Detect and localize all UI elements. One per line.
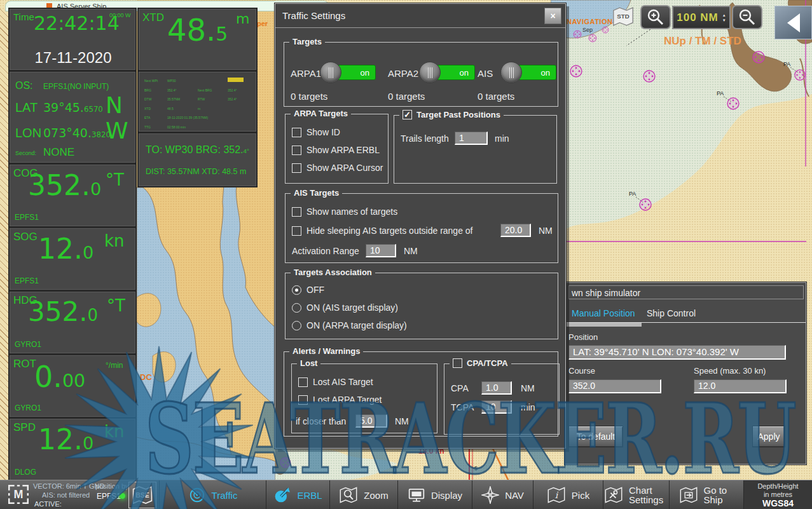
- toggle-knob[interactable]: [500, 62, 522, 83]
- dialog-titlebar[interactable]: Traffic Settings ×: [275, 4, 565, 28]
- show-id-checkbox[interactable]: [292, 128, 301, 137]
- own-ship-simulator-panel: wn ship simulator Manual Position Ship C…: [565, 282, 806, 465]
- spd-unit: kn: [104, 423, 125, 440]
- lat-hemisphere: N: [106, 94, 123, 117]
- menu-m-icon[interactable]: M: [6, 482, 31, 506]
- course-input[interactable]: 352.0: [568, 379, 661, 393]
- spinner-down-icon[interactable]: ▼: [722, 18, 726, 22]
- foul-symbol: [727, 98, 739, 109]
- toolbar-button-label: Go to Ship: [704, 485, 734, 505]
- datum-line1: Depth/Height: [757, 482, 798, 490]
- zoom-in-icon: [645, 8, 666, 27]
- std-chart-button[interactable]: STD: [612, 6, 635, 27]
- rot-value: 0.00: [34, 362, 85, 391]
- svg-text:STD: STD: [617, 13, 629, 20]
- zoom-out-icon: [737, 8, 757, 27]
- toolbar-button-display[interactable]: Display: [397, 480, 472, 509]
- ais-label: AIS: [478, 68, 493, 79]
- toolbar-button-erbl[interactable]: ERBL: [266, 480, 329, 509]
- svg-text:i: i: [555, 490, 559, 500]
- speed-input[interactable]: 12.0: [694, 379, 787, 393]
- bse-button[interactable]: BSE: [128, 482, 156, 508]
- wpt-table-cell: RTW: [198, 97, 205, 101]
- toolbar-button-chart-settings[interactable]: Chart Settings: [603, 480, 669, 509]
- position-input[interactable]: LAT: 39°45.710' N LON: 073°40.392' W: [568, 345, 786, 360]
- trails-length-input[interactable]: 1: [455, 132, 488, 145]
- toolbar-button-zoom[interactable]: Zoom: [329, 480, 397, 509]
- hdg-source: GYRO1: [15, 340, 41, 349]
- toolbar-button-go-to-ship[interactable]: Go to Ship: [669, 480, 743, 509]
- panel-collapse-button[interactable]: [774, 6, 812, 39]
- spinner-up-icon[interactable]: ▲: [722, 13, 726, 17]
- association-ais-radio[interactable]: [292, 303, 301, 313]
- to-default-button[interactable]: To default: [568, 426, 623, 447]
- date-value: 17-11-2020: [10, 49, 136, 67]
- toolbar-button-nav[interactable]: NAV: [472, 480, 533, 509]
- if-closer-unit: NM: [395, 416, 409, 426]
- wpt-table-cell: TTG: [144, 125, 151, 129]
- show-arpa-erbl-checkbox[interactable]: [292, 146, 301, 155]
- go-to-ship-map-icon: [679, 486, 698, 504]
- arpa1-toggle[interactable]: on: [321, 64, 376, 81]
- toolbar-button-label: Chart Settings: [629, 485, 668, 505]
- chart-dc-label: DC: [140, 372, 152, 382]
- cpa-tcpa-checkbox[interactable]: [453, 358, 462, 368]
- toolbar-button-pick[interactable]: i Pick: [533, 480, 603, 509]
- wpt-table-cell: 18-11-2020 01:39 (35.57NM): [167, 116, 208, 119]
- time-panel: Time 22:42:14 00:00 W 17-11-2020: [10, 9, 135, 70]
- chevron-left-icon: [787, 13, 800, 32]
- toggle-knob[interactable]: [419, 62, 441, 83]
- close-icon[interactable]: ×: [544, 8, 561, 24]
- trails-unit-label: min: [495, 133, 509, 144]
- hdg-unit: °T: [107, 297, 125, 314]
- ais-toggle[interactable]: on: [502, 64, 556, 81]
- hide-sleeping-range-input[interactable]: 20.0: [500, 224, 531, 237]
- tab-ship-control[interactable]: Ship Control: [647, 308, 696, 318]
- toolbar-button-label: Traffic: [212, 491, 238, 500]
- lost-group: Lost Lost AIS Target Lost ARPA Target if…: [291, 363, 437, 433]
- toggle-knob[interactable]: [320, 62, 341, 83]
- rot-label: ROT: [13, 358, 36, 370]
- zoom-in-button[interactable]: [640, 5, 671, 29]
- cpa-input[interactable]: 1.0: [481, 381, 512, 395]
- lost-legend: Lost: [297, 358, 320, 368]
- display-monitor-icon: [408, 487, 425, 503]
- erbl-icon: [273, 486, 291, 504]
- chart-label-fragment: per: [257, 20, 268, 27]
- tcpa-input[interactable]: 10: [481, 400, 512, 414]
- lost-arpa-label: Lost ARPA Target: [313, 395, 382, 405]
- tcpa-label: TCPA: [451, 402, 474, 412]
- lost-ais-checkbox[interactable]: [298, 377, 308, 387]
- zoom-out-button[interactable]: [732, 5, 762, 29]
- arpa2-toggle[interactable]: on: [420, 64, 475, 81]
- apply-button[interactable]: Apply: [752, 426, 785, 447]
- position-status-dot: [120, 493, 125, 499]
- association-arpa-radio[interactable]: [292, 321, 301, 330]
- past-positions-checkbox[interactable]: [403, 110, 412, 119]
- position-label: Position: [568, 332, 598, 342]
- show-arpa-cursor-checkbox[interactable]: [292, 163, 301, 173]
- foul-symbol: [643, 71, 655, 82]
- wpt-table-cell: 35.57NM: [167, 97, 180, 101]
- range-display[interactable]: 100 NM ▲▼: [672, 6, 731, 29]
- activation-range-input[interactable]: 10: [366, 244, 396, 257]
- hide-sleeping-checkbox[interactable]: [292, 226, 301, 236]
- association-off-radio[interactable]: [292, 285, 301, 295]
- targets-association-legend: Targets Association: [291, 268, 375, 277]
- ais-target-count: 0 targets: [478, 91, 514, 102]
- show-id-label: Show ID: [306, 127, 340, 137]
- hdg-panel: HDG 352.0 °T GYRO1: [10, 292, 135, 353]
- range-spinner[interactable]: ▲▼: [722, 13, 726, 22]
- toolbar-button-label: Pick: [572, 491, 589, 500]
- tab-manual-position[interactable]: Manual Position: [572, 308, 635, 318]
- sog-source: EPFS1: [15, 276, 39, 285]
- hide-sleeping-unit: NM: [539, 226, 553, 236]
- wpt-table-cell: 352.4°: [228, 88, 237, 92]
- lost-arpa-checkbox[interactable]: [298, 395, 308, 405]
- past-positions-group: Target Past Positions Trails length 1 mi…: [394, 115, 557, 184]
- time-zone: 00:00 W: [109, 12, 131, 18]
- ais-targets-group: AIS Targets Show names of targets Hide s…: [285, 193, 558, 263]
- toolbar-button-traffic[interactable]: Traffic: [159, 480, 266, 509]
- if-closer-input[interactable]: 5.0: [355, 414, 387, 428]
- show-names-checkbox[interactable]: [292, 207, 301, 217]
